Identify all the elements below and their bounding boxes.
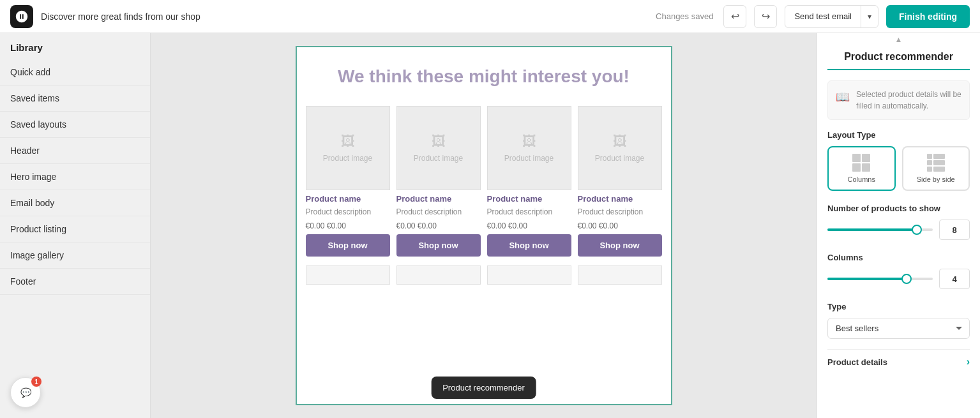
- product-image-icon: 🖼: [432, 133, 446, 150]
- sidebar-item-hero-image[interactable]: Hero image: [0, 164, 150, 190]
- right-panel: ▲ Product recommender 📖 Selected product…: [817, 33, 980, 418]
- send-test-button[interactable]: Send test email ▾: [785, 5, 878, 28]
- product-image-label: Product image: [323, 154, 372, 163]
- num-products-slider-track[interactable]: [827, 228, 933, 231]
- type-field-label: Type: [827, 302, 970, 311]
- tooltip-bar: Product recommender: [431, 377, 536, 399]
- sidebar-item-image-gallery[interactable]: Image gallery: [0, 243, 150, 269]
- product-card: 🖼 Product image Product name Product des…: [396, 106, 481, 257]
- panel-title: Product recommender: [827, 51, 970, 70]
- right-panel-inner: Product recommender 📖 Selected product d…: [817, 33, 980, 384]
- changes-saved-status: Changes saved: [656, 11, 713, 21]
- sidebar-item-product-listing[interactable]: Product listing: [0, 216, 150, 243]
- scroll-indicator-top: ▲: [817, 33, 980, 46]
- product-price: €0.00 €0.00: [578, 221, 662, 230]
- type-select[interactable]: Best sellers Recently viewed Related pro…: [827, 318, 970, 339]
- columns-slider-track[interactable]: [827, 278, 933, 280]
- num-products-slider-row: Number of products to show 8: [827, 204, 970, 240]
- send-test-dropdown-arrow[interactable]: ▾: [861, 6, 878, 27]
- columns-field-label: Columns: [827, 253, 970, 262]
- product-details-label: Product details: [827, 357, 887, 367]
- shop-now-button[interactable]: Shop now: [487, 234, 571, 257]
- num-products-label: Number of products to show: [827, 204, 970, 213]
- sidebar-item-quick-add[interactable]: Quick add: [0, 59, 150, 86]
- chevron-right-icon: ›: [967, 356, 970, 368]
- num-products-slider-thumb[interactable]: [912, 225, 922, 235]
- product-card: 🖼 Product image Product name Product des…: [487, 106, 571, 257]
- product-name: Product name: [396, 194, 481, 204]
- canvas-area: We think these might interest you! 🖼 Pro…: [151, 33, 817, 418]
- sidebar-title: Library: [0, 33, 150, 59]
- chat-badge: 1: [31, 377, 41, 387]
- email-canvas: We think these might interest you! 🖼 Pro…: [296, 46, 672, 405]
- topbar: Discover more great finds from our shop …: [0, 0, 980, 33]
- layout-type-label: Layout Type: [827, 130, 970, 140]
- layout-cell: [933, 160, 944, 165]
- canvas-heading: We think these might interest you!: [297, 47, 671, 100]
- layout-columns-option[interactable]: Columns: [827, 146, 896, 191]
- product-image-box: 🖼 Product image: [306, 106, 390, 190]
- layout-cell: [927, 154, 933, 159]
- sidebar-item-footer[interactable]: Footer: [0, 269, 150, 295]
- shop-now-button[interactable]: Shop now: [306, 234, 390, 257]
- columns-value[interactable]: 4: [939, 269, 970, 289]
- product-image-label: Product image: [595, 154, 644, 163]
- layout-cell: [852, 163, 861, 172]
- main-layout: Library Quick add Saved items Saved layo…: [0, 33, 980, 418]
- num-products-slider-container: 8: [827, 220, 970, 240]
- product-name: Product name: [578, 194, 662, 204]
- columns-slider-fill: [827, 278, 907, 280]
- product-description: Product description: [396, 207, 481, 218]
- product-image-box: 🖼 Product image: [396, 106, 481, 190]
- columns-layout-icon: [852, 154, 870, 172]
- product-image-label: Product image: [414, 154, 463, 163]
- num-products-value[interactable]: 8: [939, 220, 970, 240]
- logo: [10, 5, 33, 28]
- product-card: 🖼 Product image Product name Product des…: [306, 106, 390, 257]
- num-products-slider-fill: [827, 228, 917, 231]
- layout-options: Columns Side by side: [827, 146, 970, 191]
- sidebyside-label: Side by side: [917, 175, 955, 183]
- product-price: €0.00 €0.00: [306, 221, 390, 230]
- product-price: €0.00 €0.00: [487, 221, 571, 230]
- product-image-label: Product image: [504, 154, 554, 163]
- sidebar-item-saved-items[interactable]: Saved items: [0, 86, 150, 112]
- logo-icon: [15, 10, 29, 24]
- columns-slider-thumb[interactable]: [901, 274, 912, 284]
- sidebar-item-header[interactable]: Header: [0, 138, 150, 164]
- redo-button[interactable]: ↪: [754, 5, 777, 28]
- product-card-partial: [578, 265, 662, 285]
- layout-cell: [852, 154, 861, 162]
- shop-now-button[interactable]: Shop now: [578, 234, 662, 257]
- topbar-title: Discover more great finds from our shop: [41, 11, 648, 22]
- product-grid-partial: [297, 263, 671, 291]
- columns-slider-container: 4: [827, 269, 970, 289]
- sidebar-item-saved-layouts[interactable]: Saved layouts: [0, 112, 150, 138]
- sidebar: Library Quick add Saved items Saved layo…: [0, 33, 151, 418]
- product-name: Product name: [487, 194, 571, 204]
- product-price: €0.00 €0.00: [396, 221, 481, 230]
- layout-cell: [933, 154, 944, 159]
- product-image-icon: 🖼: [522, 133, 536, 150]
- layout-sidebyside-option[interactable]: Side by side: [902, 146, 970, 191]
- finish-editing-button[interactable]: Finish editing: [886, 5, 970, 28]
- info-box: 📖 Selected product details will be fille…: [827, 80, 970, 120]
- product-name: Product name: [306, 194, 390, 204]
- undo-button[interactable]: ↩: [723, 5, 746, 28]
- shop-now-button[interactable]: Shop now: [396, 234, 481, 257]
- product-grid: 🖼 Product image Product name Product des…: [297, 100, 671, 263]
- product-image-icon: 🖼: [341, 133, 355, 150]
- sidebar-item-email-body[interactable]: Email body: [0, 190, 150, 216]
- chat-button[interactable]: 💬 1: [10, 377, 41, 408]
- product-card-partial: [306, 265, 390, 285]
- product-description: Product description: [306, 207, 390, 218]
- product-details-row[interactable]: Product details ›: [827, 349, 970, 374]
- product-card-partial: [487, 265, 571, 285]
- info-icon: 📖: [836, 90, 850, 104]
- chat-icon: 💬: [20, 387, 31, 398]
- product-description: Product description: [578, 207, 662, 218]
- product-image-icon: 🖼: [613, 133, 627, 150]
- sidebyside-layout-icon: [927, 154, 945, 172]
- columns-label: Columns: [848, 175, 875, 183]
- product-description: Product description: [487, 207, 571, 218]
